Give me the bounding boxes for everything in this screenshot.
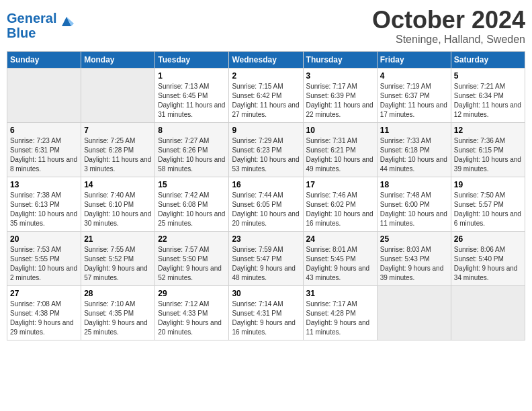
day-detail: Sunrise: 7:55 AM Sunset: 5:52 PM Dayligh… [84,245,152,283]
page-header: GeneralBlue October 2024 Steninge, Halla… [7,7,525,46]
day-detail: Sunrise: 7:17 AM Sunset: 6:39 PM Dayligh… [306,82,374,120]
day-detail: Sunrise: 7:14 AM Sunset: 4:31 PM Dayligh… [232,300,300,337]
calendar-cell: 7Sunrise: 7:25 AM Sunset: 6:28 PM Daylig… [81,122,155,177]
day-detail: Sunrise: 7:50 AM Sunset: 5:57 PM Dayligh… [454,191,522,228]
day-detail: Sunrise: 7:36 AM Sunset: 6:15 PM Dayligh… [454,136,522,174]
day-number: 30 [232,289,300,298]
weekday-header: Friday [377,51,451,68]
calendar-cell: 27Sunrise: 7:08 AM Sunset: 4:38 PM Dayli… [7,285,81,340]
calendar-cell: 13Sunrise: 7:38 AM Sunset: 6:13 PM Dayli… [7,177,81,231]
day-detail: Sunrise: 7:25 AM Sunset: 6:28 PM Dayligh… [84,136,152,174]
day-number: 13 [10,180,78,189]
day-number: 28 [84,289,152,298]
calendar-cell: 16Sunrise: 7:44 AM Sunset: 6:05 PM Dayli… [229,177,303,231]
calendar-week-row: 20Sunrise: 7:53 AM Sunset: 5:55 PM Dayli… [7,231,525,285]
logo-text: GeneralBlue [7,11,56,40]
calendar-cell: 23Sunrise: 7:59 AM Sunset: 5:47 PM Dayli… [229,231,303,285]
calendar-cell: 26Sunrise: 8:06 AM Sunset: 5:40 PM Dayli… [451,231,525,285]
calendar-cell: 25Sunrise: 8:03 AM Sunset: 5:43 PM Dayli… [377,231,451,285]
calendar-cell: 1Sunrise: 7:13 AM Sunset: 6:45 PM Daylig… [155,68,229,122]
calendar-cell: 30Sunrise: 7:14 AM Sunset: 4:31 PM Dayli… [229,285,303,340]
day-detail: Sunrise: 7:33 AM Sunset: 6:18 PM Dayligh… [380,136,448,174]
day-number: 29 [158,289,226,298]
day-detail: Sunrise: 7:13 AM Sunset: 6:45 PM Dayligh… [158,82,226,120]
weekday-header: Saturday [451,51,525,68]
calendar-cell: 3Sunrise: 7:17 AM Sunset: 6:39 PM Daylig… [303,68,377,122]
calendar-cell: 29Sunrise: 7:12 AM Sunset: 4:33 PM Dayli… [155,285,229,340]
day-detail: Sunrise: 7:17 AM Sunset: 4:28 PM Dayligh… [306,300,374,337]
day-detail: Sunrise: 7:23 AM Sunset: 6:31 PM Dayligh… [10,136,78,174]
day-detail: Sunrise: 7:59 AM Sunset: 5:47 PM Dayligh… [232,245,300,283]
calendar-week-row: 6Sunrise: 7:23 AM Sunset: 6:31 PM Daylig… [7,122,525,177]
day-number: 4 [380,71,448,81]
day-number: 17 [306,180,374,189]
calendar-header-row: SundayMondayTuesdayWednesdayThursdayFrid… [7,51,525,68]
day-number: 2 [232,71,300,81]
calendar-week-row: 13Sunrise: 7:38 AM Sunset: 6:13 PM Dayli… [7,177,525,231]
day-detail: Sunrise: 7:29 AM Sunset: 6:23 PM Dayligh… [232,136,300,174]
calendar-table: SundayMondayTuesdayWednesdayThursdayFrid… [7,51,525,340]
day-number: 11 [380,126,448,135]
day-number: 15 [158,180,226,189]
day-number: 3 [306,71,374,81]
calendar-cell: 21Sunrise: 7:55 AM Sunset: 5:52 PM Dayli… [81,231,155,285]
day-number: 27 [10,289,78,298]
day-number: 16 [232,180,300,189]
day-detail: Sunrise: 7:48 AM Sunset: 6:00 PM Dayligh… [380,191,448,228]
day-number: 6 [10,126,78,135]
day-number: 26 [454,234,522,244]
weekday-header: Thursday [303,51,377,68]
day-detail: Sunrise: 8:03 AM Sunset: 5:43 PM Dayligh… [380,245,448,283]
day-detail: Sunrise: 7:21 AM Sunset: 6:34 PM Dayligh… [454,82,522,120]
page-subtitle: Steninge, Halland, Sweden [372,34,525,46]
day-detail: Sunrise: 7:12 AM Sunset: 4:33 PM Dayligh… [158,300,226,337]
day-detail: Sunrise: 7:15 AM Sunset: 6:42 PM Dayligh… [232,82,300,120]
calendar-cell: 10Sunrise: 7:31 AM Sunset: 6:21 PM Dayli… [303,122,377,177]
weekday-header: Wednesday [229,51,303,68]
day-number: 12 [454,126,522,135]
calendar-cell: 24Sunrise: 8:01 AM Sunset: 5:45 PM Dayli… [303,231,377,285]
calendar-cell: 5Sunrise: 7:21 AM Sunset: 6:34 PM Daylig… [451,68,525,122]
day-number: 10 [306,126,374,135]
day-detail: Sunrise: 8:01 AM Sunset: 5:45 PM Dayligh… [306,245,374,283]
weekday-header: Tuesday [155,51,229,68]
day-number: 23 [232,234,300,244]
day-detail: Sunrise: 7:53 AM Sunset: 5:55 PM Dayligh… [10,245,78,283]
day-detail: Sunrise: 7:27 AM Sunset: 6:26 PM Dayligh… [158,136,226,174]
calendar-cell [451,285,525,340]
calendar-cell: 11Sunrise: 7:33 AM Sunset: 6:18 PM Dayli… [377,122,451,177]
day-detail: Sunrise: 7:44 AM Sunset: 6:05 PM Dayligh… [232,191,300,228]
day-number: 19 [454,180,522,189]
calendar-cell: 4Sunrise: 7:19 AM Sunset: 6:37 PM Daylig… [377,68,451,122]
day-detail: Sunrise: 7:10 AM Sunset: 4:35 PM Dayligh… [84,300,152,337]
calendar-cell: 6Sunrise: 7:23 AM Sunset: 6:31 PM Daylig… [7,122,81,177]
calendar-week-row: 27Sunrise: 7:08 AM Sunset: 4:38 PM Dayli… [7,285,525,340]
day-detail: Sunrise: 7:46 AM Sunset: 6:02 PM Dayligh… [306,191,374,228]
day-number: 8 [158,126,226,135]
day-detail: Sunrise: 7:19 AM Sunset: 6:37 PM Dayligh… [380,82,448,120]
day-number: 21 [84,234,152,244]
calendar-cell [7,68,81,122]
day-number: 18 [380,180,448,189]
page-title: October 2024 [372,7,525,34]
calendar-cell: 9Sunrise: 7:29 AM Sunset: 6:23 PM Daylig… [229,122,303,177]
day-number: 5 [454,71,522,81]
day-number: 14 [84,180,152,189]
day-detail: Sunrise: 7:40 AM Sunset: 6:10 PM Dayligh… [84,191,152,228]
day-detail: Sunrise: 7:57 AM Sunset: 5:50 PM Dayligh… [158,245,226,283]
calendar-cell: 19Sunrise: 7:50 AM Sunset: 5:57 PM Dayli… [451,177,525,231]
calendar-cell [81,68,155,122]
calendar-cell: 8Sunrise: 7:27 AM Sunset: 6:26 PM Daylig… [155,122,229,177]
day-number: 24 [306,234,374,244]
day-number: 1 [158,71,226,81]
logo: GeneralBlue [7,11,74,40]
day-number: 31 [306,289,374,298]
calendar-cell: 14Sunrise: 7:40 AM Sunset: 6:10 PM Dayli… [81,177,155,231]
calendar-cell: 17Sunrise: 7:46 AM Sunset: 6:02 PM Dayli… [303,177,377,231]
calendar-cell: 22Sunrise: 7:57 AM Sunset: 5:50 PM Dayli… [155,231,229,285]
calendar-week-row: 1Sunrise: 7:13 AM Sunset: 6:45 PM Daylig… [7,68,525,122]
calendar-cell: 18Sunrise: 7:48 AM Sunset: 6:00 PM Dayli… [377,177,451,231]
day-number: 9 [232,126,300,135]
day-number: 7 [84,126,152,135]
calendar-cell: 31Sunrise: 7:17 AM Sunset: 4:28 PM Dayli… [303,285,377,340]
